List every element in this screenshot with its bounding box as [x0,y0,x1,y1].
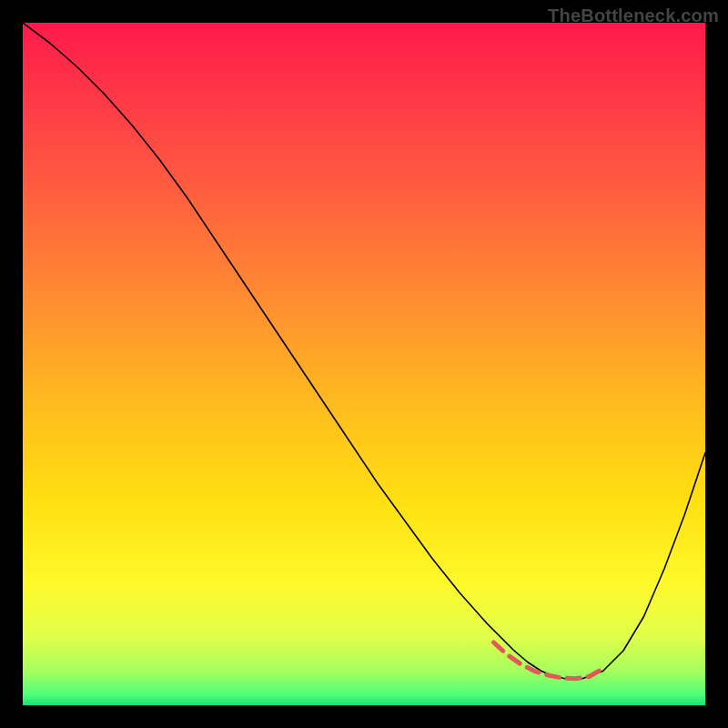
chart-svg [23,23,705,705]
watermark: TheBottleneck.com [548,5,719,26]
chart-plot [23,23,705,705]
svg-rect-0 [23,23,705,705]
chart-frame: TheBottleneck.com [0,0,728,728]
